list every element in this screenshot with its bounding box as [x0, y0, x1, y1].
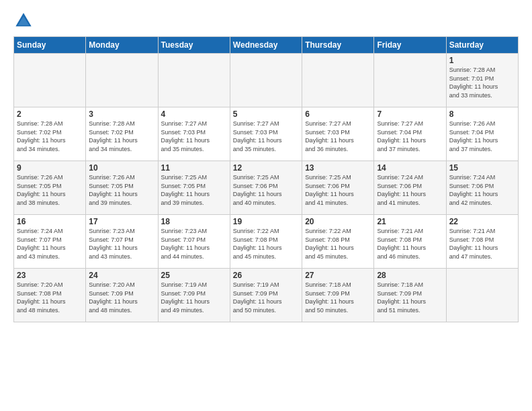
cell-week4-day3: 19Sunrise: 7:22 AM Sunset: 7:08 PM Dayli… — [230, 215, 302, 269]
day-number: 5 — [233, 109, 299, 119]
cell-info: Sunrise: 7:18 AM Sunset: 7:09 PM Dayligh… — [305, 281, 371, 314]
day-number: 4 — [161, 109, 227, 119]
cell-week3-day1: 10Sunrise: 7:26 AM Sunset: 7:05 PM Dayli… — [86, 161, 158, 215]
page: SundayMondayTuesdayWednesdayThursdayFrid… — [0, 0, 532, 329]
cell-week5-day6 — [446, 269, 518, 322]
day-number: 6 — [305, 109, 371, 119]
cell-week5-day1: 24Sunrise: 7:20 AM Sunset: 7:09 PM Dayli… — [86, 269, 158, 322]
cell-week5-day2: 25Sunrise: 7:19 AM Sunset: 7:09 PM Dayli… — [158, 269, 230, 322]
day-number: 3 — [89, 109, 154, 119]
weekday-header-saturday: Saturday — [446, 37, 518, 54]
cell-week3-day2: 11Sunrise: 7:25 AM Sunset: 7:05 PM Dayli… — [158, 161, 230, 215]
cell-week2-day4: 6Sunrise: 7:27 AM Sunset: 7:03 PM Daylig… — [302, 107, 374, 161]
cell-week2-day2: 4Sunrise: 7:27 AM Sunset: 7:03 PM Daylig… — [158, 107, 230, 161]
cell-week5-day0: 23Sunrise: 7:20 AM Sunset: 7:08 PM Dayli… — [14, 269, 86, 322]
weekday-header-row: SundayMondayTuesdayWednesdayThursdayFrid… — [14, 37, 519, 54]
cell-week1-day0 — [14, 54, 86, 107]
cell-info: Sunrise: 7:25 AM Sunset: 7:06 PM Dayligh… — [305, 173, 371, 207]
cell-week4-day6: 22Sunrise: 7:21 AM Sunset: 7:08 PM Dayli… — [446, 215, 518, 269]
day-number: 20 — [305, 217, 371, 226]
week-row-4: 16Sunrise: 7:24 AM Sunset: 7:07 PM Dayli… — [14, 215, 519, 269]
day-number: 19 — [233, 217, 299, 226]
cell-week2-day3: 5Sunrise: 7:27 AM Sunset: 7:03 PM Daylig… — [230, 107, 302, 161]
logo — [13, 11, 35, 31]
cell-week4-day4: 20Sunrise: 7:22 AM Sunset: 7:08 PM Dayli… — [302, 215, 374, 269]
cell-info: Sunrise: 7:26 AM Sunset: 7:04 PM Dayligh… — [449, 120, 515, 153]
cell-info: Sunrise: 7:28 AM Sunset: 7:01 PM Dayligh… — [449, 66, 515, 99]
cell-info: Sunrise: 7:27 AM Sunset: 7:03 PM Dayligh… — [305, 120, 371, 153]
day-number: 1 — [449, 56, 515, 65]
weekday-header-friday: Friday — [374, 37, 446, 54]
weekday-header-sunday: Sunday — [14, 37, 86, 54]
cell-week5-day3: 26Sunrise: 7:19 AM Sunset: 7:09 PM Dayli… — [230, 269, 302, 322]
week-row-1: 1Sunrise: 7:28 AM Sunset: 7:01 PM Daylig… — [14, 54, 519, 107]
cell-week2-day5: 7Sunrise: 7:27 AM Sunset: 7:04 PM Daylig… — [374, 107, 446, 161]
day-number: 12 — [233, 163, 299, 173]
cell-info: Sunrise: 7:26 AM Sunset: 7:05 PM Dayligh… — [89, 173, 154, 207]
day-number: 27 — [305, 271, 371, 280]
cell-info: Sunrise: 7:27 AM Sunset: 7:03 PM Dayligh… — [233, 120, 299, 153]
day-number: 16 — [17, 217, 83, 226]
day-number: 21 — [377, 217, 443, 226]
cell-info: Sunrise: 7:25 AM Sunset: 7:05 PM Dayligh… — [161, 173, 227, 207]
cell-info: Sunrise: 7:19 AM Sunset: 7:09 PM Dayligh… — [233, 281, 299, 314]
cell-info: Sunrise: 7:21 AM Sunset: 7:08 PM Dayligh… — [377, 227, 443, 261]
cell-week5-day5: 28Sunrise: 7:18 AM Sunset: 7:09 PM Dayli… — [374, 269, 446, 322]
cell-info: Sunrise: 7:24 AM Sunset: 7:06 PM Dayligh… — [377, 173, 443, 207]
cell-week4-day0: 16Sunrise: 7:24 AM Sunset: 7:07 PM Dayli… — [14, 215, 86, 269]
day-number: 14 — [377, 163, 443, 173]
cell-week4-day1: 17Sunrise: 7:23 AM Sunset: 7:07 PM Dayli… — [86, 215, 158, 269]
cell-week1-day4 — [302, 54, 374, 107]
header — [13, 11, 519, 31]
week-row-5: 23Sunrise: 7:20 AM Sunset: 7:08 PM Dayli… — [14, 269, 519, 322]
day-number: 24 — [89, 271, 154, 280]
weekday-header-monday: Monday — [86, 37, 158, 54]
cell-week2-day1: 3Sunrise: 7:28 AM Sunset: 7:02 PM Daylig… — [86, 107, 158, 161]
cell-week3-day6: 15Sunrise: 7:24 AM Sunset: 7:06 PM Dayli… — [446, 161, 518, 215]
cell-info: Sunrise: 7:24 AM Sunset: 7:07 PM Dayligh… — [17, 227, 83, 261]
day-number: 10 — [89, 163, 154, 173]
cell-info: Sunrise: 7:19 AM Sunset: 7:09 PM Dayligh… — [161, 281, 227, 314]
cell-info: Sunrise: 7:20 AM Sunset: 7:08 PM Dayligh… — [17, 281, 83, 314]
day-number: 2 — [17, 109, 83, 119]
cell-info: Sunrise: 7:22 AM Sunset: 7:08 PM Dayligh… — [233, 227, 299, 261]
cell-week1-day5 — [374, 54, 446, 107]
cell-week4-day2: 18Sunrise: 7:23 AM Sunset: 7:07 PM Dayli… — [158, 215, 230, 269]
cell-week4-day5: 21Sunrise: 7:21 AM Sunset: 7:08 PM Dayli… — [374, 215, 446, 269]
week-row-2: 2Sunrise: 7:28 AM Sunset: 7:02 PM Daylig… — [14, 107, 519, 161]
cell-info: Sunrise: 7:27 AM Sunset: 7:03 PM Dayligh… — [161, 120, 227, 153]
cell-info: Sunrise: 7:23 AM Sunset: 7:07 PM Dayligh… — [161, 227, 227, 261]
day-number: 25 — [161, 271, 227, 280]
cell-week3-day4: 13Sunrise: 7:25 AM Sunset: 7:06 PM Dayli… — [302, 161, 374, 215]
cell-info: Sunrise: 7:20 AM Sunset: 7:09 PM Dayligh… — [89, 281, 154, 314]
cell-week5-day4: 27Sunrise: 7:18 AM Sunset: 7:09 PM Dayli… — [302, 269, 374, 322]
day-number: 9 — [17, 163, 83, 173]
cell-info: Sunrise: 7:28 AM Sunset: 7:02 PM Dayligh… — [89, 120, 154, 153]
cell-week2-day6: 8Sunrise: 7:26 AM Sunset: 7:04 PM Daylig… — [446, 107, 518, 161]
cell-info: Sunrise: 7:27 AM Sunset: 7:04 PM Dayligh… — [377, 120, 443, 153]
calendar-table: SundayMondayTuesdayWednesdayThursdayFrid… — [13, 36, 519, 322]
day-number: 22 — [449, 217, 515, 226]
day-number: 15 — [449, 163, 515, 173]
cell-info: Sunrise: 7:18 AM Sunset: 7:09 PM Dayligh… — [377, 281, 443, 314]
cell-info: Sunrise: 7:21 AM Sunset: 7:08 PM Dayligh… — [449, 227, 515, 261]
cell-info: Sunrise: 7:23 AM Sunset: 7:07 PM Dayligh… — [89, 227, 154, 261]
cell-week1-day1 — [86, 54, 158, 107]
weekday-header-wednesday: Wednesday — [230, 37, 302, 54]
cell-week3-day0: 9Sunrise: 7:26 AM Sunset: 7:05 PM Daylig… — [14, 161, 86, 215]
cell-info: Sunrise: 7:24 AM Sunset: 7:06 PM Dayligh… — [449, 173, 515, 207]
weekday-header-tuesday: Tuesday — [158, 37, 230, 54]
cell-week2-day0: 2Sunrise: 7:28 AM Sunset: 7:02 PM Daylig… — [14, 107, 86, 161]
cell-info: Sunrise: 7:25 AM Sunset: 7:06 PM Dayligh… — [233, 173, 299, 207]
logo-icon — [13, 11, 34, 31]
cell-week3-day3: 12Sunrise: 7:25 AM Sunset: 7:06 PM Dayli… — [230, 161, 302, 215]
week-row-3: 9Sunrise: 7:26 AM Sunset: 7:05 PM Daylig… — [14, 161, 519, 215]
weekday-header-thursday: Thursday — [302, 37, 374, 54]
cell-week3-day5: 14Sunrise: 7:24 AM Sunset: 7:06 PM Dayli… — [374, 161, 446, 215]
day-number: 7 — [377, 109, 443, 119]
cell-info: Sunrise: 7:26 AM Sunset: 7:05 PM Dayligh… — [17, 173, 83, 207]
day-number: 18 — [161, 217, 227, 226]
day-number: 26 — [233, 271, 299, 280]
day-number: 17 — [89, 217, 154, 226]
cell-week1-day2 — [158, 54, 230, 107]
